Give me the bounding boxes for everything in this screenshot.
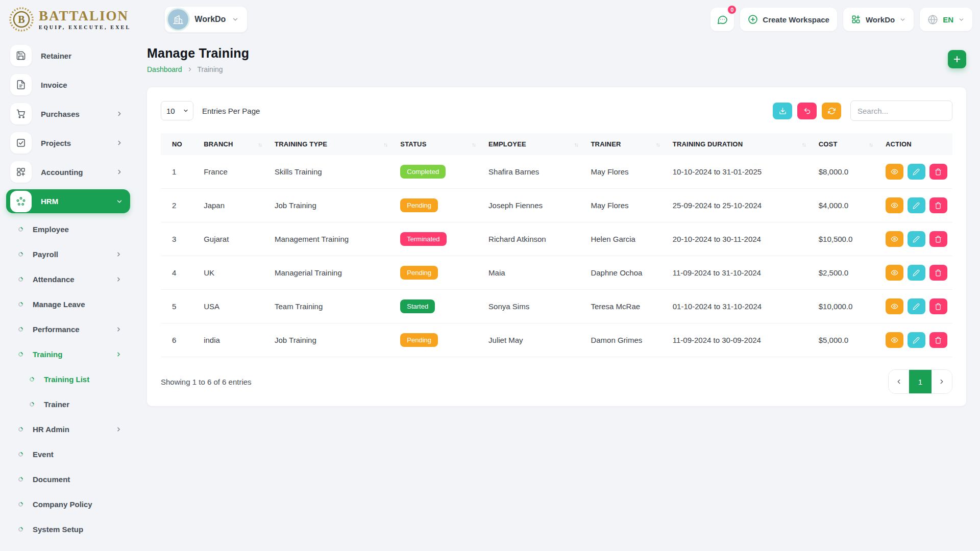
sort-icon[interactable]: ↑↓ bbox=[574, 141, 580, 147]
sidebar-subitem-attendance[interactable]: Attendance bbox=[6, 269, 130, 289]
edit-button[interactable] bbox=[908, 298, 925, 314]
sort-icon[interactable]: ↑↓ bbox=[656, 141, 663, 147]
view-button[interactable] bbox=[886, 197, 903, 213]
delete-button[interactable] bbox=[929, 197, 947, 213]
table-row: 3 Gujarat Management Training Terminated… bbox=[161, 222, 952, 256]
chevron-right-icon bbox=[115, 326, 122, 333]
view-button[interactable] bbox=[886, 164, 903, 180]
sort-icon[interactable]: ↑↓ bbox=[869, 141, 875, 147]
add-training-button[interactable] bbox=[948, 50, 966, 68]
delete-button[interactable] bbox=[929, 231, 947, 247]
sidebar-subitem-trainer[interactable]: Trainer bbox=[6, 394, 130, 414]
sidebar-item-purchases[interactable]: Purchases bbox=[6, 102, 130, 126]
view-button[interactable] bbox=[886, 298, 903, 314]
column-header-cost[interactable]: COST↑↓ bbox=[814, 133, 880, 155]
sidebar-subitem-label: Performance bbox=[33, 325, 80, 334]
sidebar: Retainer Invoice Purchases bbox=[0, 39, 135, 551]
previous-page-button[interactable] bbox=[889, 370, 909, 393]
plus-icon bbox=[952, 55, 962, 64]
edit-button[interactable] bbox=[908, 332, 925, 348]
cell-trainer: Teresa McRae bbox=[585, 290, 667, 323]
chat-bubble-icon bbox=[717, 14, 728, 26]
sidebar-subitem-report[interactable]: Report bbox=[6, 544, 130, 551]
delete-button[interactable] bbox=[929, 265, 947, 281]
edit-button[interactable] bbox=[908, 231, 925, 247]
table-row: 1 France Skills Training Completed Shafi… bbox=[161, 155, 952, 189]
edit-button[interactable] bbox=[908, 265, 925, 281]
sidebar-subitem-training-list[interactable]: Training List bbox=[6, 369, 130, 389]
sidebar-item-retainer[interactable]: Retainer bbox=[6, 44, 130, 67]
column-header-training-duration[interactable]: TRAINING DURATION↑↓ bbox=[668, 133, 814, 155]
sort-icon[interactable]: ↑↓ bbox=[802, 141, 808, 147]
page-number-button[interactable]: 1 bbox=[909, 370, 932, 393]
chevron-right-icon bbox=[115, 251, 122, 258]
column-header-branch[interactable]: BRANCH↑↓ bbox=[199, 133, 270, 155]
delete-button[interactable] bbox=[929, 164, 947, 180]
sidebar-subitem-label: Trainer bbox=[44, 400, 69, 409]
cell-employee: Richard Atkinson bbox=[483, 222, 585, 256]
chevron-right-icon bbox=[116, 110, 123, 117]
table-row: 2 Japan Job Training Pending Joseph Fien… bbox=[161, 189, 952, 222]
breadcrumb-dashboard-link[interactable]: Dashboard bbox=[147, 65, 182, 73]
sidebar-subitem-hr-admin[interactable]: HR Admin bbox=[6, 419, 130, 439]
view-button[interactable] bbox=[886, 332, 903, 348]
cell-training-duration: 10-10-2024 to 31-01-2025 bbox=[668, 155, 814, 189]
bullet-icon bbox=[17, 351, 24, 358]
view-button[interactable] bbox=[886, 231, 903, 247]
delete-button[interactable] bbox=[929, 332, 947, 348]
column-header-status[interactable]: STATUS↑↓ bbox=[395, 133, 483, 155]
table-row: 5 USA Team Training Started Sonya Sims T… bbox=[161, 290, 952, 323]
reset-button[interactable] bbox=[797, 103, 817, 119]
column-header-training-type[interactable]: TRAINING TYPE↑↓ bbox=[270, 133, 395, 155]
brand-monogram-icon: B bbox=[9, 7, 34, 32]
refresh-button[interactable] bbox=[822, 103, 841, 119]
brand-logo[interactable]: B BATTALION EQUIP, EXECUTE, EXEL bbox=[9, 7, 131, 32]
language-code: EN bbox=[943, 15, 953, 24]
view-button[interactable] bbox=[886, 265, 903, 281]
edit-button[interactable] bbox=[908, 164, 925, 180]
status-badge: Completed bbox=[400, 165, 446, 179]
sidebar-subitem-employee[interactable]: Employee bbox=[6, 219, 130, 239]
edit-button[interactable] bbox=[908, 197, 925, 213]
sidebar-item-invoice[interactable]: Invoice bbox=[6, 73, 130, 96]
sort-icon[interactable]: ↑↓ bbox=[258, 141, 264, 147]
sidebar-subitem-manage-leave[interactable]: Manage Leave bbox=[6, 294, 130, 314]
language-selector[interactable]: EN bbox=[920, 8, 972, 31]
create-workspace-button[interactable]: Create Workspace bbox=[740, 8, 837, 31]
cell-training-duration: 11-09-2024 to 31-10-2024 bbox=[668, 256, 814, 290]
sidebar-subitem-document[interactable]: Document bbox=[6, 469, 130, 489]
sidebar-item-projects[interactable]: Projects bbox=[6, 131, 130, 155]
sidebar-item-label: Projects bbox=[41, 139, 71, 147]
sort-icon[interactable]: ↑↓ bbox=[472, 141, 478, 147]
messages-button[interactable]: 0 bbox=[710, 8, 734, 31]
main-content: Manage Training Dashboard Training bbox=[135, 39, 980, 406]
export-button[interactable] bbox=[773, 103, 792, 119]
sidebar-subitem-training[interactable]: Training bbox=[6, 344, 130, 364]
sidebar-subitem-company-policy[interactable]: Company Policy bbox=[6, 494, 130, 514]
cell-branch: india bbox=[199, 323, 270, 357]
app-switcher-button[interactable]: WorkDo bbox=[843, 8, 914, 31]
next-page-button[interactable] bbox=[932, 370, 952, 393]
sidebar-subitem-event[interactable]: Event bbox=[6, 444, 130, 464]
sidebar-subitem-system-setup[interactable]: System Setup bbox=[6, 519, 130, 539]
topbar-actions: 0 Create Workspace WorkDo bbox=[710, 8, 972, 31]
sidebar-item-accounting[interactable]: Accounting bbox=[6, 160, 130, 184]
sort-icon[interactable]: ↑↓ bbox=[383, 141, 390, 147]
column-header-trainer[interactable]: TRAINER↑↓ bbox=[585, 133, 667, 155]
cell-branch: UK bbox=[199, 256, 270, 290]
sidebar-subitem-payroll[interactable]: Payroll bbox=[6, 244, 130, 264]
workspace-selector[interactable]: WorkDo bbox=[164, 6, 248, 33]
column-header-employee[interactable]: EMPLOYEE↑↓ bbox=[483, 133, 585, 155]
pencil-icon bbox=[913, 236, 920, 243]
delete-button[interactable] bbox=[929, 298, 947, 314]
table-header-row: NO BRANCH↑↓ TRAINING TYPE↑↓ STATUS↑↓ EMP… bbox=[161, 133, 952, 155]
sidebar-subitem-performance[interactable]: Performance bbox=[6, 319, 130, 339]
cell-training-type: Management Training bbox=[270, 222, 395, 256]
cell-no: 3 bbox=[161, 222, 199, 256]
eye-icon bbox=[891, 202, 898, 209]
cell-cost: $8,000.0 bbox=[814, 155, 880, 189]
search-input[interactable] bbox=[850, 101, 952, 121]
sidebar-item-hrm[interactable]: HRM bbox=[6, 189, 130, 213]
entries-per-page-select[interactable]: 10 bbox=[161, 101, 193, 120]
cell-no: 1 bbox=[161, 155, 199, 189]
